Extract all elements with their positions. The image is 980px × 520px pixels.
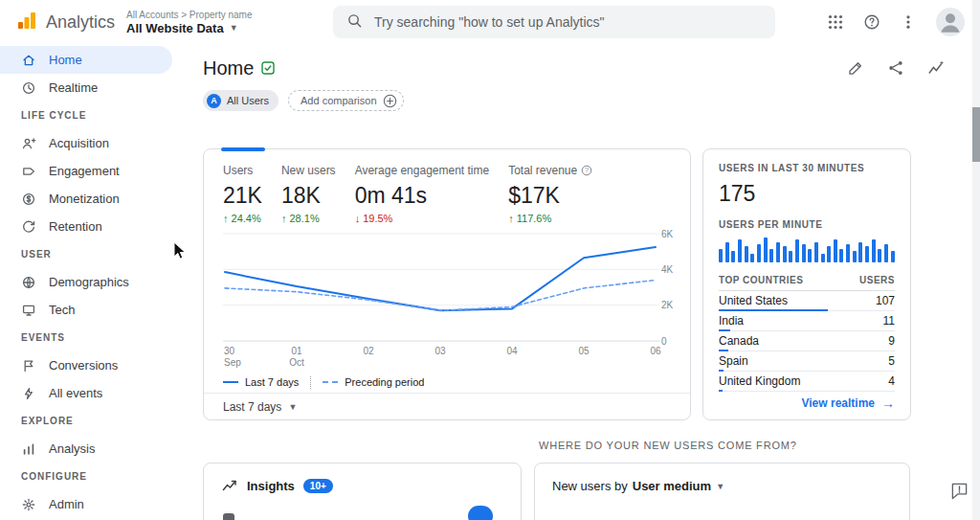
sidebar-item-label: Tech [49,303,75,317]
sidebar-nav: HomeRealtimeLIFE CYCLEAcquisitionEngagem… [0,44,182,520]
metrics-row: Users21K↑ 24.4%New users18K↑ 28.1%Averag… [204,149,690,224]
all-users-chip[interactable]: A All Users [203,90,278,111]
page-title: Home [203,57,254,79]
sidebar-item-retention[interactable]: Retention [0,213,172,240]
search-bar[interactable] [333,6,775,38]
search-input[interactable] [374,14,762,30]
per-minute-bar [725,242,729,262]
sidebar-item-conversions[interactable]: Conversions [0,351,172,379]
clock-icon [21,80,36,96]
metric-delta: ↑ 24.4% [223,213,262,224]
new-users-question: WHERE DO YOUR NEW USERS COME FROM? [539,440,980,451]
svg-text:02: 02 [363,346,374,356]
insights-spark-icon[interactable] [927,59,946,77]
sidebar-item-label: Engagement [49,164,120,178]
sidebar-item-admin[interactable]: Admin [0,490,172,518]
product-name: Analytics [46,12,115,33]
add-comparison-chip[interactable]: Add comparison [288,90,404,111]
svg-text:2K: 2K [661,300,673,310]
sidebar-item-label: Analysis [49,441,95,456]
metric-tab-new-users[interactable]: New users18K↑ 28.1% [281,164,336,224]
svg-text:04: 04 [506,346,518,356]
sidebar-item-engagement[interactable]: Engagement [0,157,172,185]
view-realtime-link[interactable]: View realtime → [802,396,896,411]
search-icon [346,12,363,33]
realtime-users-count: 175 [719,181,895,207]
legend-line-sample [323,381,338,383]
new-users-card: New users by User medium ▼ [534,463,910,520]
users-per-minute-chart [719,236,895,262]
share-icon[interactable] [887,59,904,77]
sidebar-item-label: Monetization [49,192,120,206]
legend-label: Preceding period [345,376,424,388]
metric-help-icon[interactable]: ? [581,165,592,176]
plus-icon [383,94,397,108]
metric-label: Total revenue? [508,164,592,177]
country-users: 9 [888,334,895,348]
dimension-selector[interactable]: User medium ▼ [633,479,724,493]
help-icon[interactable] [863,13,880,31]
home-icon [21,53,36,68]
sidebar-item-acquisition[interactable]: Acquisition [0,129,172,157]
overview-card: Users21K↑ 24.4%New users18K↑ 28.1%Averag… [203,148,691,420]
svg-text:6K: 6K [661,229,673,239]
main-content: Home A [182,44,980,520]
realtime-card: USERS IN LAST 30 MINUTES 175 USERS PER M… [702,148,911,420]
per-minute-bar [719,249,723,262]
svg-text:01: 01 [291,346,302,356]
sidebar-item-tech[interactable]: Tech [0,296,172,324]
date-range-selector[interactable]: Last 7 days ▼ [204,393,690,419]
admin-icon [21,497,36,512]
country-users: 4 [888,374,895,388]
metric-tab-users[interactable]: Users21K↑ 24.4% [223,164,262,224]
legend-preceding-period: Preceding period [323,376,424,388]
analytics-logo[interactable]: Analytics [0,9,126,35]
svg-text:03: 03 [434,346,446,356]
scrollbar-thumb[interactable] [972,107,980,162]
sidebar-item-label: Demographics [49,275,129,289]
sidebar-section-user: USER [0,240,182,268]
legend-last-7-days: Last 7 days [223,376,299,388]
insights-count-badge: 10+ [303,479,333,493]
sidebar-item-demographics[interactable]: Demographics [0,268,172,296]
metric-label: Users [223,164,262,177]
header-actions [827,8,980,36]
engagement-icon [21,164,36,179]
country-name: United Kingdom [719,374,800,388]
sidebar-item-realtime[interactable]: Realtime [0,74,172,102]
overview-line-chart[interactable]: 02K4K6K30Sep01Oct0203040506 [223,228,673,370]
more-vert-icon[interactable] [900,13,917,31]
per-minute-bar [821,254,825,262]
sidebar-item-monetization[interactable]: Monetization [0,185,172,213]
partial-blue-button[interactable] [468,506,493,520]
svg-text:Oct: Oct [289,357,304,368]
chevron-down-icon: ▼ [230,23,238,33]
per-minute-bar [769,249,773,262]
per-minute-bar [853,251,857,262]
chevron-down-icon: ▼ [288,402,297,412]
sidebar-item-label: All events [49,386,102,400]
account-picker[interactable]: All Accounts > Property name All Website… [126,10,333,35]
metric-tab-total-revenue[interactable]: Total revenue?$17K↑ 117.6% [508,164,592,224]
avatar[interactable] [936,8,965,36]
sidebar-item-label: Retention [49,219,102,234]
all-users-avatar: A [207,94,221,108]
sidebar-section-configure: CONFIGURE [0,463,182,490]
sidebar-item-analysis[interactable]: Analysis [0,435,172,463]
per-minute-bar [750,254,754,262]
sidebar-item-all-events[interactable]: All events [0,379,172,407]
sidebar-item-home[interactable]: Home [0,46,172,74]
per-minute-bar [858,242,862,262]
svg-text:?: ? [585,167,589,173]
metric-label: New users [281,164,336,177]
feedback-icon[interactable] [950,482,969,504]
sidebar-section-explore: EXPLORE [0,407,182,435]
apps-grid-icon[interactable] [827,13,844,31]
customize-report-icon[interactable] [847,59,864,77]
metric-tab-average-engagement-time[interactable]: Average engagement time0m 41s↓ 19.5% [355,164,490,224]
per-minute-bar [865,246,869,262]
dimension-label: User medium [633,479,711,493]
per-minute-bar [839,249,843,262]
countries-table-header: TOP COUNTRIES USERS [719,275,895,291]
svg-text:05: 05 [578,346,590,356]
